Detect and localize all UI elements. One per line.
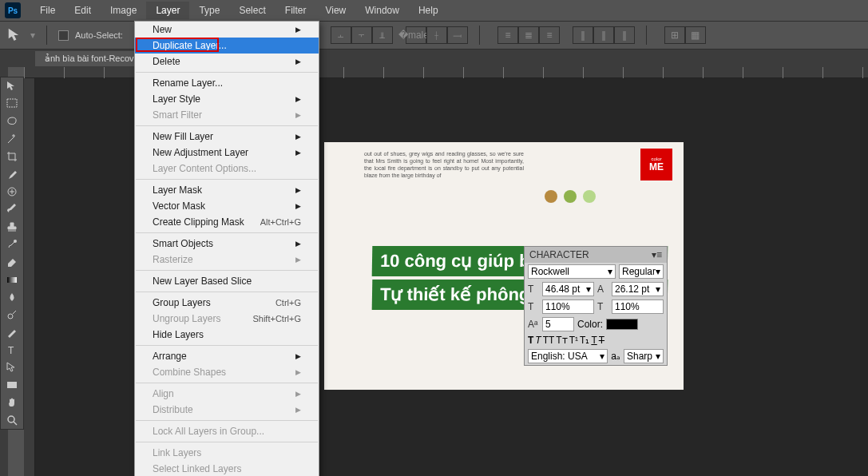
text-color-swatch[interactable]	[606, 319, 638, 330]
subscript-icon[interactable]: T₁	[580, 335, 589, 346]
menu-edit[interactable]: Edit	[65, 2, 101, 19]
align-top-icon[interactable]: ⫠	[331, 26, 351, 44]
distribute-bottom-icon[interactable]: ≡	[539, 26, 560, 44]
antialias-select[interactable]: Sharp▾	[624, 349, 664, 363]
smallcaps-icon[interactable]: Tᴛ	[556, 335, 567, 346]
leading-icon: A	[597, 284, 608, 295]
menu-item-layer-mask[interactable]: Layer Mask▶	[135, 182, 319, 198]
gradient-tool[interactable]	[1, 271, 23, 288]
layer-menu-dropdown: New▶Duplicate Layer...Delete▶Rename Laye…	[134, 21, 319, 476]
menubar: Ps FileEditImageLayerTypeSelectFilterVie…	[0, 0, 868, 21]
language-select[interactable]: English: USA▾	[528, 349, 608, 363]
rectangle-tool[interactable]	[1, 376, 23, 394]
menu-filter[interactable]: Filter	[275, 2, 316, 19]
align-bottom-icon[interactable]: ⫫	[372, 26, 393, 44]
menu-item-smart-filter: Smart Filter▶	[135, 107, 319, 123]
svg-text:T: T	[8, 345, 14, 356]
align-hcenter-icon[interactable]: ⟊	[426, 26, 447, 44]
menu-item-arrange[interactable]: Arrange▶	[135, 348, 319, 364]
italic-icon[interactable]: T	[535, 335, 541, 346]
stamp-tool[interactable]	[1, 218, 23, 236]
hand-tool[interactable]	[1, 394, 23, 411]
kerning-icon: T	[597, 301, 608, 312]
menu-item-duplicate-layer[interactable]: Duplicate Layer...	[135, 38, 319, 54]
align-left-icon[interactable]: �males	[406, 26, 426, 44]
auto-align-icon[interactable]: ⊞	[664, 26, 685, 44]
menu-window[interactable]: Window	[355, 2, 409, 19]
leading-input[interactable]: 26.12 pt▾	[612, 282, 664, 296]
menu-layer[interactable]: Layer	[146, 2, 189, 19]
underline-icon[interactable]: T	[591, 335, 597, 346]
align-right-icon[interactable]: ⟞	[447, 26, 468, 44]
kerning-input[interactable]: 110%	[612, 299, 664, 314]
svg-point-7	[8, 416, 14, 422]
zoom-tool[interactable]	[1, 411, 23, 429]
history-tool[interactable]	[1, 236, 23, 253]
eyedropper-tool[interactable]	[1, 165, 23, 183]
menu-item-hide-layers[interactable]: Hide Layers	[135, 327, 319, 343]
menu-help[interactable]: Help	[409, 2, 448, 19]
menu-item-vector-mask[interactable]: Vector Mask▶	[135, 198, 319, 214]
color-label: Color:	[577, 319, 603, 330]
brush-tool[interactable]	[1, 200, 23, 218]
eraser-tool[interactable]	[1, 253, 23, 271]
menu-item-smart-objects[interactable]: Smart Objects▶	[135, 236, 319, 252]
move-tool[interactable]	[1, 77, 23, 95]
caps-icon[interactable]: TT	[543, 335, 555, 346]
baseline-input[interactable]: 5	[542, 317, 574, 331]
dodge-tool[interactable]	[1, 306, 23, 323]
healing-tool[interactable]	[1, 183, 23, 200]
character-panel-title: CHARACTER	[529, 249, 589, 260]
menu-item-select-linked-layers: Select Linked Layers	[135, 461, 319, 476]
auto-select-checkbox[interactable]	[58, 30, 69, 41]
wand-tool[interactable]	[1, 130, 23, 148]
distribute-right-icon[interactable]: ‖	[614, 26, 635, 44]
dot-icon	[545, 190, 557, 203]
menu-item-layer-content-options: Layer Content Options...	[135, 161, 319, 177]
menu-item-delete[interactable]: Delete▶	[135, 54, 319, 69]
menu-item-layer-style[interactable]: Layer Style▶	[135, 91, 319, 107]
menu-type[interactable]: Type	[189, 2, 229, 19]
menu-item-link-layers: Link Layers	[135, 445, 319, 461]
superscript-icon[interactable]: T¹	[569, 335, 578, 346]
panel-menu-icon[interactable]: ▾≡	[652, 249, 662, 260]
menu-item-new-adjustment-layer[interactable]: New Adjustment Layer▶	[135, 145, 319, 161]
pen-tool[interactable]	[1, 323, 23, 341]
tracking-input[interactable]: 110%	[542, 299, 594, 314]
menu-select[interactable]: Select	[229, 2, 275, 19]
distribute-left-icon[interactable]: ‖	[573, 26, 593, 44]
menu-image[interactable]: Image	[101, 2, 146, 19]
align-vcenter-icon[interactable]: ⫟	[351, 26, 372, 44]
svg-point-2	[14, 240, 17, 243]
strike-icon[interactable]: T	[599, 335, 604, 346]
document-tab[interactable]: ảnh bìa bài font-Recov	[35, 51, 145, 66]
bold-icon[interactable]: T	[528, 335, 533, 346]
crop-tool[interactable]	[1, 148, 23, 165]
blur-tool[interactable]	[1, 288, 23, 306]
font-family-select[interactable]: Rockwell▾	[528, 264, 616, 279]
menu-item-rename-layer[interactable]: Rename Layer...	[135, 75, 319, 91]
menu-item-combine-shapes: Combine Shapes▶	[135, 364, 319, 380]
lasso-tool[interactable]	[1, 113, 23, 130]
menu-item-align: Align▶	[135, 386, 319, 402]
font-style-select[interactable]: Regular▾	[619, 264, 664, 279]
menu-item-new[interactable]: New▶	[135, 22, 319, 38]
menu-file[interactable]: File	[30, 2, 65, 19]
distribute-top-icon[interactable]: ≡	[497, 26, 518, 44]
menu-item-create-clipping-mask[interactable]: Create Clipping MaskAlt+Ctrl+G	[135, 214, 319, 230]
toolbox: T	[0, 77, 24, 430]
path-tool[interactable]	[1, 359, 23, 376]
character-panel[interactable]: CHARACTER ▾≡ Rockwell▾ Regular▾ T 46.48 …	[524, 246, 668, 366]
marquee-tool[interactable]	[1, 95, 23, 113]
distribute-hcenter-icon[interactable]: ‖	[593, 26, 614, 44]
font-size-input[interactable]: 46.48 pt▾	[542, 282, 594, 296]
menu-item-new-fill-layer[interactable]: New Fill Layer▶	[135, 129, 319, 145]
svg-point-4	[8, 314, 13, 319]
menu-item-new-layer-based-slice[interactable]: New Layer Based Slice	[135, 273, 319, 289]
menu-item-group-layers[interactable]: Group LayersCtrl+G	[135, 295, 319, 311]
distribute-vcenter-icon[interactable]: ≣	[518, 26, 539, 44]
type-tool[interactable]: T	[1, 341, 23, 359]
menu-view[interactable]: View	[315, 2, 355, 19]
vertical-ruler	[24, 78, 35, 476]
3d-mode-icon[interactable]: ▦	[685, 26, 706, 44]
